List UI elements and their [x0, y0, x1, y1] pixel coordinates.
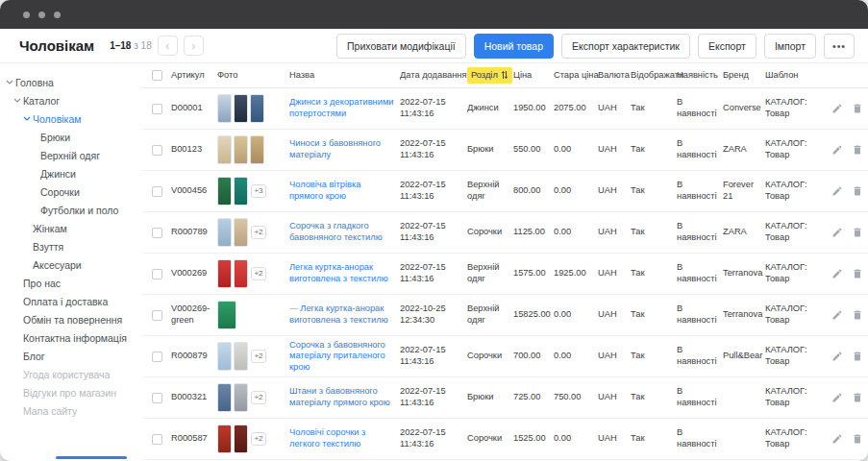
sidebar-item-джинси[interactable]: Джинси — [0, 164, 142, 182]
edit-icon[interactable] — [831, 268, 843, 279]
date-cell: 2022-07-1511:43:16 — [400, 345, 467, 367]
product-name-link[interactable]: Чиноси з бавовняного матеріалу — [289, 138, 381, 159]
more-actions-button[interactable]: ••• — [824, 34, 855, 59]
header-date[interactable]: Дата додавання — [400, 70, 467, 82]
window-dot[interactable] — [54, 12, 61, 18]
pagination-prev-button[interactable]: ‹ — [158, 36, 178, 56]
sidebar-item-про-нас[interactable]: Про нас — [0, 274, 142, 292]
row-checkbox[interactable] — [152, 393, 162, 403]
sidebar-item-label: Обмін та повернення — [23, 314, 122, 326]
delete-icon[interactable] — [852, 309, 863, 321]
name-cell: Легка куртка-анорак виготовлена з тексти… — [289, 262, 400, 284]
row-checkbox[interactable] — [152, 104, 162, 114]
sidebar-item-сорочки[interactable]: Сорочки — [0, 182, 142, 201]
product-name-link[interactable]: Сорочка з гладкого бавовняного текстилю — [289, 221, 383, 242]
product-name-link[interactable]: Штани з бавовняного матеріалу прямого кр… — [289, 386, 390, 407]
new-product-button[interactable]: Новий товар — [474, 34, 554, 59]
row-checkbox[interactable] — [152, 310, 162, 321]
section-sort-control[interactable]: Розділ — [467, 67, 512, 85]
select-all-checkbox[interactable] — [152, 70, 162, 81]
template-cell: КАТАЛОГ: Товар — [765, 97, 830, 119]
header-template[interactable]: Шаблон — [765, 70, 830, 82]
availability-cell: В наявності — [677, 138, 723, 160]
sidebar-item-блог[interactable]: Блог — [0, 347, 142, 365]
sidebar-item-відгуки-про-магазин[interactable]: Відгуки про магазин — [0, 383, 142, 401]
window-titlebar — [0, 0, 868, 29]
edit-icon[interactable] — [831, 433, 843, 445]
delete-icon[interactable] — [852, 268, 863, 279]
edit-icon[interactable] — [831, 392, 843, 403]
row-checkbox[interactable] — [152, 352, 162, 362]
sidebar-item-брюки[interactable]: Брюки — [0, 128, 142, 146]
currency-cell: UAH — [598, 144, 631, 156]
sidebar-item-каталог[interactable]: Каталог — [0, 91, 142, 109]
header-photo[interactable]: Фото — [217, 70, 289, 82]
sidebar-item-аксесуари[interactable]: Аксесуари — [0, 255, 142, 274]
price-cell: 1525.00 — [513, 433, 554, 445]
header-sku[interactable]: Артикул — [171, 70, 217, 82]
delete-icon[interactable] — [852, 392, 863, 403]
sidebar-item-мапа-сайту[interactable]: Мапа сайту — [0, 401, 142, 420]
edit-icon[interactable] — [831, 103, 843, 114]
edit-icon[interactable] — [831, 185, 843, 197]
pagination-next-button[interactable]: › — [184, 36, 204, 56]
header-display[interactable]: Відображати — [631, 70, 677, 82]
delete-icon[interactable] — [852, 433, 863, 445]
edit-icon[interactable] — [831, 351, 843, 362]
header-price[interactable]: Ціна — [513, 70, 554, 82]
header-name[interactable]: Назва — [289, 70, 400, 82]
product-name-link[interactable]: Легка куртка-анорак виготовлена з тексти… — [289, 303, 388, 325]
sidebar-item-жінкам[interactable]: Жінкам — [0, 219, 142, 237]
sidebar-item-обмін-та-повернення[interactable]: Обмін та повернення — [0, 310, 142, 328]
header-availability[interactable]: Наявність — [677, 70, 723, 82]
product-name-link[interactable]: Легка куртка-анорак виготовлена з тексти… — [289, 262, 388, 283]
header-brand[interactable]: Бренд — [723, 70, 765, 82]
product-name-link[interactable]: Сорочка з бавовняного матеріалу притален… — [289, 340, 385, 372]
sidebar-item-головна[interactable]: Головна — [0, 73, 142, 91]
table-row: B00123 Чиноси з бавовняного матеріалу 20… — [142, 130, 868, 171]
row-checkbox[interactable] — [152, 186, 162, 197]
product-name-link[interactable]: Джинси з декоративними потертостями — [289, 97, 394, 118]
sidebar-item-оплата-і-доставка[interactable]: Оплата і доставка — [0, 292, 142, 310]
toolbar-buttons: Приховати модифікації Новий товар Експор… — [336, 34, 855, 59]
header-old-price[interactable]: Стара ціна — [554, 70, 598, 82]
price-cell: 550.00 — [513, 144, 554, 156]
sidebar-item-футболки-и-поло[interactable]: Футболки и поло — [0, 201, 142, 219]
sidebar-item-label: Оплата і доставка — [23, 296, 108, 307]
delete-icon[interactable] — [852, 185, 863, 197]
availability-cell: В наявності — [677, 221, 723, 243]
availability-cell: В наявності — [677, 427, 723, 449]
display-cell: Так — [631, 227, 677, 238]
sidebar-item-угода-користувача[interactable]: Угода користувача — [0, 365, 142, 383]
edit-icon[interactable] — [831, 309, 843, 321]
row-checkbox[interactable] — [152, 269, 162, 279]
row-checkbox[interactable] — [152, 228, 162, 238]
sidebar-item-взуття[interactable]: Взуття — [0, 237, 142, 255]
product-name-link[interactable]: Чоловічі сорочки з легкого текстилю — [289, 427, 365, 449]
header-currency[interactable]: Валюта — [598, 70, 631, 82]
delete-icon[interactable] — [852, 144, 863, 156]
import-button[interactable]: Імпорт — [764, 34, 816, 59]
delete-icon[interactable] — [852, 351, 863, 362]
edit-icon[interactable] — [831, 227, 843, 238]
row-checkbox[interactable] — [152, 145, 162, 156]
window-dot[interactable] — [23, 12, 30, 18]
sidebar-item-label: Угода користувача — [23, 369, 110, 380]
row-checkbox[interactable] — [152, 434, 162, 445]
section-cell: Брюки — [467, 144, 513, 156]
sidebar-item-label: Футболки и поло — [40, 205, 118, 216]
window-dot[interactable] — [38, 12, 45, 18]
hide-modifications-button[interactable]: Приховати модифікації — [336, 34, 466, 59]
sku-cell: V000269-green — [171, 303, 217, 326]
price-cell: 700.00 — [513, 351, 554, 362]
edit-icon[interactable] — [831, 144, 843, 156]
horizontal-scrollbar-thumb[interactable] — [56, 456, 127, 459]
sidebar-item-чоловікам[interactable]: Чоловікам — [0, 109, 142, 128]
sidebar-item-верхній-одяг[interactable]: Верхній одяг — [0, 146, 142, 164]
delete-icon[interactable] — [852, 103, 863, 114]
sidebar-item-контактна-інформація[interactable]: Контактна інформація — [0, 328, 142, 347]
product-name-link[interactable]: Чоловіча вітрівка прямого крою — [289, 180, 360, 201]
export-button[interactable]: Експорт — [698, 34, 756, 59]
export-characteristics-button[interactable]: Експорт характеристик — [561, 34, 690, 59]
delete-icon[interactable] — [852, 227, 863, 238]
